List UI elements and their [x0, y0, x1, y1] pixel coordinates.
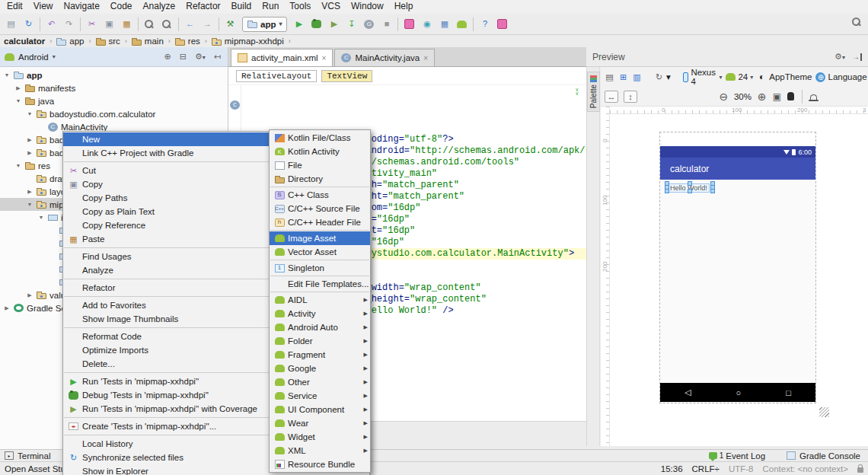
tab-activity-main-xml[interactable]: activity_main.xml× — [231, 49, 333, 66]
tree-expand-arrow[interactable]: ▶ — [26, 137, 34, 143]
menubar-item-vcs[interactable]: VCS — [316, 0, 346, 14]
project-view-selector[interactable]: Android — [18, 53, 49, 62]
preview-canvas[interactable]: 6:00 calculator Hello World! ◁ ○ □ 01002… — [601, 107, 868, 446]
theme-selector[interactable]: ◐AppTheme — [757, 72, 812, 82]
collapse-region-icon[interactable]: ∨ ∨ — [576, 88, 579, 96]
submenu-item-c-c-header-file[interactable]: hC/C++ Header File — [270, 215, 370, 229]
collapse-all-icon[interactable]: ⊟ — [177, 52, 189, 62]
nav-back-icon[interactable]: ◁ — [685, 387, 691, 397]
submenu-item-xml[interactable]: XML▶ — [270, 444, 370, 457]
line-ending-indicator[interactable]: CRLF÷ — [692, 464, 720, 473]
submenu-item-c-c-source-file[interactable]: C++C/C++ Source File — [270, 202, 370, 215]
back-button[interactable]: ← — [181, 16, 199, 33]
palette-tab[interactable]: Palette — [587, 72, 600, 112]
stop-button[interactable]: ■ — [378, 16, 395, 33]
list-mode-icon[interactable]: ▥ — [632, 72, 642, 82]
lock-icon[interactable] — [857, 467, 863, 473]
menubar-item-navigate[interactable]: Navigate — [58, 0, 104, 14]
language-selector[interactable]: ⊕Language▾ — [815, 72, 868, 82]
attach-debugger-button[interactable]: ↧ — [343, 16, 360, 33]
search-everywhere-icon[interactable] — [852, 18, 862, 27]
help-button[interactable]: ? — [476, 16, 493, 33]
tree-expand-arrow[interactable]: ▼ — [14, 98, 22, 104]
selection-handle[interactable] — [688, 189, 692, 193]
save-button[interactable]: ▤ — [2, 16, 20, 33]
menubar-item-run[interactable]: Run — [257, 0, 284, 14]
submenu-item-service[interactable]: Service▶ — [270, 389, 370, 403]
tree-expand-arrow[interactable]: ▶ — [14, 85, 22, 91]
gear-icon[interactable]: ⚙▾ — [193, 52, 208, 62]
build-hammer-button[interactable]: ⚒ — [222, 16, 239, 33]
gear-icon[interactable]: ⚙▾ — [832, 52, 847, 62]
submenu-item-singleton[interactable]: 1Singleton — [270, 261, 370, 275]
redo-button[interactable]: ↷ — [60, 16, 78, 33]
breadcrumb-item-res[interactable]: res — [174, 37, 201, 46]
submenu-item-directory[interactable]: Directory — [270, 172, 370, 186]
debug-button[interactable] — [308, 16, 325, 33]
breadcrumb-item-calculator[interactable]: calculator — [3, 37, 46, 46]
chevron-down-icon[interactable]: ▾ — [53, 53, 56, 60]
run-coverage-button[interactable]: ▶ — [325, 16, 343, 33]
gradle-console-tab[interactable]: Gradle Console — [787, 451, 860, 461]
menubar-item-help[interactable]: Help — [389, 0, 419, 14]
menubar-item-build[interactable]: Build — [226, 0, 257, 14]
paste-button[interactable]: ▦ — [118, 16, 136, 33]
tree-item-app[interactable]: ▼app — [0, 69, 228, 81]
submenu-item-resource-bundle[interactable]: Resource Bundle — [270, 457, 370, 471]
submenu-item-file[interactable]: File — [270, 158, 370, 172]
match-height-icon[interactable]: ↕ — [624, 91, 637, 103]
api-level-selector[interactable]: 24▾ — [726, 72, 753, 81]
tree-expand-arrow[interactable]: ▼ — [37, 215, 45, 220]
grid-mode-icon[interactable]: ⊞ — [618, 72, 628, 82]
tree-item-manifests[interactable]: ▶manifests — [0, 81, 228, 94]
menubar-item-code[interactable]: Code — [105, 0, 138, 14]
close-icon[interactable]: × — [322, 54, 327, 62]
tree-expand-arrow[interactable]: ▶ — [3, 305, 11, 311]
tree-expand-arrow[interactable]: ▶ — [26, 189, 34, 195]
chip-relativelayout[interactable]: RelativeLayout — [236, 70, 317, 82]
menubar-item-refactor[interactable]: Refactor — [180, 0, 225, 14]
submenu-item-kotlin-activity[interactable]: KKotlin Activity — [270, 145, 370, 158]
selection-handle[interactable] — [688, 181, 692, 186]
nav-home-icon[interactable]: ○ — [736, 388, 742, 397]
menubar-item-edit[interactable]: Edit — [2, 0, 28, 14]
close-icon[interactable]: × — [423, 54, 428, 62]
canvas-resize-handle[interactable] — [819, 407, 829, 417]
copy-button[interactable]: ▣ — [101, 16, 118, 33]
submenu-item-c-class[interactable]: SC++ Class — [270, 188, 370, 202]
chip-textview[interactable]: TextView — [321, 70, 372, 82]
tree-expand-arrow[interactable]: ▼ — [26, 111, 34, 116]
breadcrumb-item-main[interactable]: main — [131, 37, 164, 46]
zoom-fit-icon[interactable]: ▣ — [772, 91, 782, 102]
event-log-tab[interactable]: 1 Event Log — [709, 451, 765, 461]
device-screen[interactable]: 6:00 calculator Hello World! ◁ ○ □ — [660, 146, 815, 402]
run-configuration-selector[interactable]: app▾ — [242, 17, 287, 32]
locate-icon[interactable]: ⊕ — [161, 52, 173, 62]
selection-handle[interactable] — [710, 185, 715, 190]
tree-expand-arrow[interactable]: ▶ — [26, 292, 34, 298]
cut-button[interactable]: ✂ — [83, 16, 101, 33]
submenu-item-android-auto[interactable]: Android Auto▶ — [270, 320, 370, 334]
hide-preview-icon[interactable]: → — [852, 53, 862, 61]
nav-recents-icon[interactable]: □ — [786, 388, 791, 397]
selection-handle[interactable] — [665, 185, 669, 190]
search-button[interactable] — [141, 16, 158, 33]
submenu-item-ui-component[interactable]: UI Component▶ — [270, 403, 370, 416]
submenu-item-vector-asset[interactable]: Vector Asset — [270, 245, 370, 259]
submenu-item-widget[interactable]: Widget▶ — [270, 430, 370, 444]
hide-panel-icon[interactable]: ↤ — [212, 52, 223, 62]
tree-item-badoystudio-com-calculator[interactable]: ▼badoystudio.com.calculator — [0, 107, 228, 120]
submenu-item-fragment[interactable]: Fragment▶ — [270, 348, 370, 362]
layout-variants-icon[interactable]: ▤ — [605, 72, 614, 82]
submenu-item-activity[interactable]: Activity▶ — [270, 307, 370, 320]
undo-button[interactable]: ↶ — [43, 16, 60, 33]
zoom-out-icon[interactable]: ⊖ — [719, 91, 729, 102]
encoding-indicator[interactable]: UTF-8 — [729, 464, 754, 473]
tree-expand-arrow[interactable]: ▼ — [3, 72, 11, 78]
menubar-item-analyze[interactable]: Analyze — [138, 0, 181, 14]
menubar-item-window[interactable]: Window — [346, 0, 389, 14]
submenu-item-kotlin-file-class[interactable]: Kotlin File/Class — [270, 131, 370, 145]
breadcrumb-item-src[interactable]: src — [95, 37, 121, 46]
sdk-manager-button[interactable] — [453, 16, 471, 33]
zoom-in-icon[interactable]: ⊕ — [757, 91, 767, 102]
